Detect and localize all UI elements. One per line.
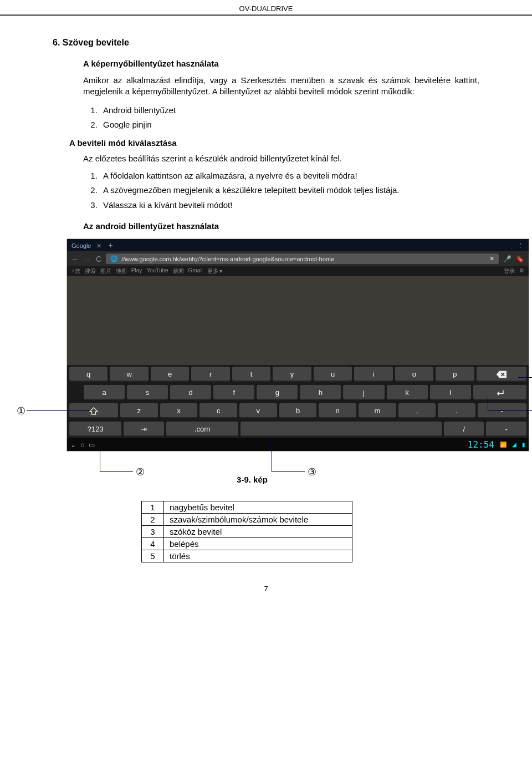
home-icon[interactable]: ⌂ — [80, 441, 84, 449]
back-icon[interactable]: ← — [71, 255, 79, 263]
key-t[interactable]: t — [232, 367, 270, 382]
mic-icon[interactable]: 🎤 — [503, 255, 511, 263]
key-h[interactable]: h — [300, 385, 341, 400]
ordered-list-1: Android billentyűzet Google pinjin — [100, 104, 479, 131]
keyboard-row-3: z x c v b n m , . - — [67, 402, 529, 420]
key-q[interactable]: q — [69, 367, 108, 382]
callout-3: ③ — [308, 466, 316, 478]
android-screenshot: Google ✕ + ⋮ ← → С 🌐 //www.google.com.hk… — [66, 239, 529, 452]
key-o[interactable]: o — [395, 367, 433, 382]
cell-text: belépés — [164, 538, 352, 550]
callout-line — [510, 410, 532, 411]
keyboard-row-1: q w e r t y u i o p — [67, 365, 529, 383]
key-e[interactable]: e — [151, 367, 189, 382]
key-com[interactable]: .com — [166, 422, 239, 437]
menu-right[interactable]: 登录 — [504, 267, 515, 275]
cell-num: 3 — [142, 526, 164, 538]
header-text: OV-DUALDRIVE — [0, 0, 532, 13]
new-tab-icon[interactable]: + — [109, 241, 113, 250]
callout-1: ① — [17, 405, 25, 417]
key-minus[interactable]: - — [486, 422, 526, 437]
menu-item[interactable]: 更多 ▾ — [207, 267, 223, 275]
key-f[interactable]: f — [213, 385, 254, 400]
reload-icon[interactable]: С — [96, 255, 101, 263]
callout-line — [488, 410, 510, 411]
key-v[interactable]: v — [239, 403, 277, 418]
close-tab-icon[interactable]: ✕ — [96, 242, 101, 249]
kebab-icon[interactable]: ⋮ — [518, 242, 524, 249]
menu-item[interactable]: Gmail — [188, 267, 203, 275]
key-comma[interactable]: , — [398, 403, 436, 418]
cell-text: törlés — [164, 550, 352, 562]
table-row: 5 törlés — [142, 550, 352, 562]
key-a[interactable]: a — [84, 385, 125, 400]
callout-line — [518, 377, 532, 378]
key-b[interactable]: b — [279, 403, 317, 418]
chevron-down-icon[interactable]: ⌄ — [70, 441, 76, 449]
backspace-icon — [497, 371, 507, 378]
callout-line — [100, 471, 133, 472]
key-s[interactable]: s — [127, 385, 168, 400]
browser-tab[interactable]: Google ✕ + — [71, 241, 113, 250]
figure-caption: 3-9. kép — [0, 475, 532, 484]
key-y[interactable]: y — [273, 367, 311, 382]
callout-2: ② — [136, 466, 145, 478]
key-n[interactable]: n — [319, 403, 356, 418]
key-backspace[interactable] — [477, 367, 526, 382]
cell-text: nagybetűs bevitel — [164, 501, 352, 514]
on-screen-keyboard: q w e r t y u i o p a s d — [67, 365, 529, 438]
key-slash[interactable]: / — [444, 422, 484, 437]
bookmark-icon[interactable]: 🔖 — [516, 255, 524, 263]
key-p[interactable]: p — [436, 367, 474, 382]
key-space[interactable] — [241, 422, 442, 437]
key-period[interactable]: . — [438, 403, 475, 418]
menu-item[interactable]: 新闻 — [173, 267, 184, 275]
key-tab[interactable]: ⇥ — [124, 422, 164, 437]
menu-item[interactable]: YouTube — [146, 267, 168, 275]
callout-line — [100, 438, 100, 471]
key-z[interactable]: z — [120, 403, 158, 418]
key-w[interactable]: w — [110, 367, 148, 382]
key-r[interactable]: r — [191, 367, 229, 382]
table-row: 4 belépés — [142, 538, 352, 550]
subtitle-2: A beviteli mód kiválasztása — [69, 138, 479, 148]
key-u[interactable]: u — [314, 367, 352, 382]
key-m[interactable]: m — [359, 403, 396, 418]
callout-line — [272, 438, 272, 471]
browser-content-area — [67, 276, 529, 365]
forward-icon[interactable]: → — [84, 255, 91, 263]
legend-table: 1 nagybetűs bevitel 2 szavak/szimbólumok… — [141, 501, 352, 562]
clear-url-icon[interactable]: ✕ — [489, 255, 494, 262]
tab-label: Google — [71, 242, 91, 249]
key-k[interactable]: k — [387, 385, 428, 400]
menu-item[interactable]: Play — [131, 267, 142, 275]
page-body: 6. Szöveg bevitele A képernyőbillentyűze… — [0, 38, 532, 615]
keyboard-row-2: a s d f g h j k l — [67, 383, 529, 402]
key-symbols[interactable]: ?123 — [69, 422, 121, 437]
menu-item[interactable]: 搜索 — [85, 267, 96, 275]
cell-text: szavak/szimbólumok/számok bevitele — [164, 514, 352, 526]
ordered-list-2: A főoldalon kattintson az alkalmazásra, … — [100, 170, 479, 212]
signal-icon: ◢ — [512, 442, 516, 448]
figure-wrap: Google ✕ + ⋮ ← → С 🌐 //www.google.com.hk… — [66, 239, 532, 484]
key-i[interactable]: i — [354, 367, 392, 382]
menu-item[interactable]: 图片 — [100, 267, 111, 275]
recents-icon[interactable]: ▭ — [89, 441, 95, 449]
key-l[interactable]: l — [430, 385, 471, 400]
battery-icon: ▮ — [522, 442, 525, 448]
key-x[interactable]: x — [160, 403, 198, 418]
wifi-icon: 📶 — [500, 442, 507, 448]
key-j[interactable]: j — [343, 385, 384, 400]
page-header: OV-DUALDRIVE — [0, 0, 532, 16]
gear-icon[interactable]: ⚙ — [519, 267, 524, 275]
cell-num: 2 — [142, 514, 164, 526]
menu-item[interactable]: 地图 — [116, 267, 127, 275]
menu-item[interactable]: +您 — [71, 267, 80, 275]
key-d[interactable]: d — [170, 385, 211, 400]
key-enter[interactable] — [473, 385, 526, 400]
key-g[interactable]: g — [257, 385, 298, 400]
key-c[interactable]: c — [200, 403, 237, 418]
list-item: Google pinjin — [100, 119, 479, 131]
address-bar: ← → С 🌐 //www.google.com.hk/webhp?client… — [67, 251, 529, 266]
url-field[interactable]: 🌐 //www.google.com.hk/webhp?client=ms-an… — [106, 253, 499, 264]
